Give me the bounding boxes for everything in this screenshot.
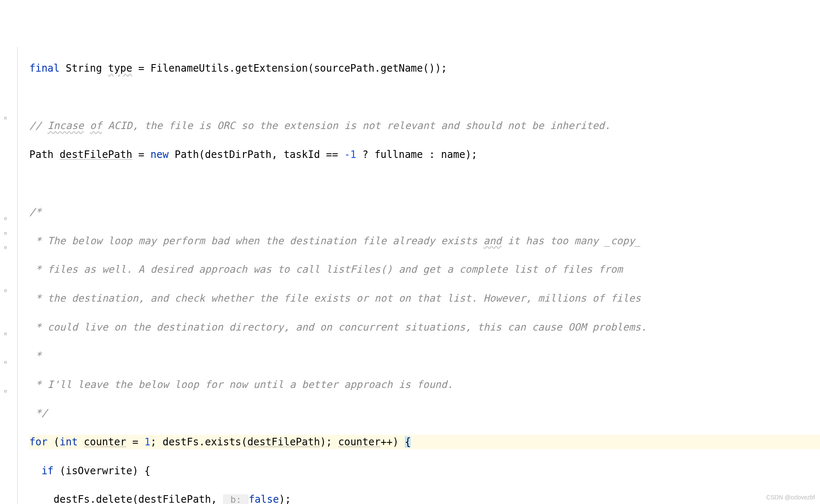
fold-icon[interactable]: ⊟ [3,230,8,236]
keyword-new: new [150,149,168,160]
class-filenameutils: FilenameUtils.getExtension(sourcePath.ge… [150,62,447,74]
var-counter: counter [84,436,126,448]
gutter: ⊟ ⊟ ⊟ ⊟ ⊟ ⊟ ⊟ ⊟ [0,47,18,504]
code-content[interactable]: final String type = FilenameUtils.getExt… [18,47,820,504]
type-string: String [66,62,102,74]
var-destfilepath: destFilePath [247,436,320,448]
comment-block-line: * could live on the destination director… [29,321,647,333]
number: 1 [145,436,150,448]
fold-icon[interactable]: ⊟ [3,359,8,365]
fold-icon[interactable]: ⊟ [3,331,8,337]
var-destfilepath: destFilePath [59,149,132,160]
param-hint: b: [223,494,248,504]
keyword-if: if [41,465,54,477]
fold-icon[interactable]: ⊟ [3,115,8,121]
watermark: CSDN @cclovezbf [766,494,815,501]
comment-block-open: /* [29,206,41,218]
code-editor[interactable]: ⊟ ⊟ ⊟ ⊟ ⊟ ⊟ ⊟ ⊟ final String type = File… [0,47,820,504]
keyword-final: final [29,62,59,74]
type-path: Path [29,149,54,160]
cursor-brace: { [405,436,411,448]
var-type: type [108,62,132,74]
number: -1 [344,149,356,160]
keyword-false: false [248,494,279,504]
keyword-for: for [29,436,47,448]
fold-icon[interactable]: ⊟ [3,245,8,251]
comment-block-line: * The below loop may perform bad when th… [29,235,641,247]
comment-block-close: */ [29,407,47,419]
fold-icon[interactable]: ⊟ [3,216,8,222]
comment-line: // Incase of ACID, the file is ORC so th… [29,120,610,132]
comment-block-line: * [29,350,41,362]
comment-block-line: * the destination, and check whether the… [29,292,641,304]
comment-block-line: * I'll leave the below loop for now unti… [29,379,453,390]
fold-icon[interactable]: ⊟ [3,288,8,294]
comment-block-line: * files as well. A desired approach was … [29,264,623,275]
var-destfilepath: destFilePath [138,494,211,504]
var-counter: counter [338,436,380,448]
fold-icon[interactable]: ⊟ [3,388,8,394]
keyword-int: int [59,436,78,448]
